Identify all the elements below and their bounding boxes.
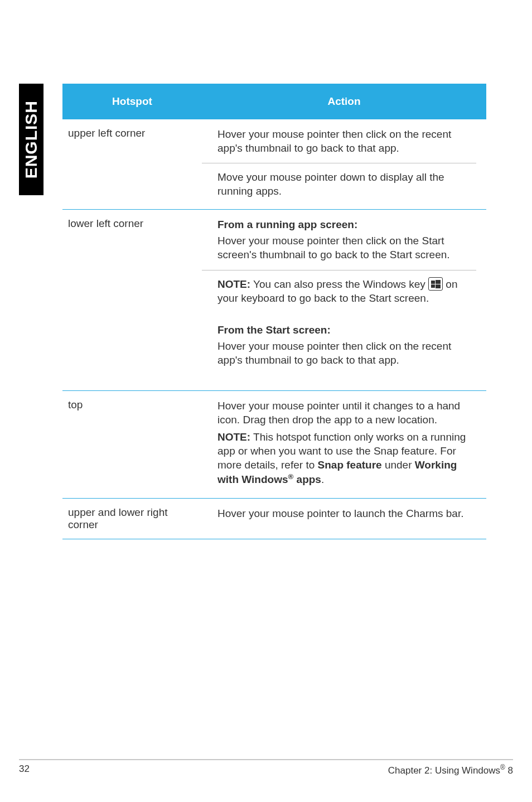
action-cell-upper-lower-right: Hover your mouse pointer to launch the C… [202, 499, 486, 539]
svg-rect-3 [436, 284, 441, 288]
note-body-a: You can also press the Windows key [250, 278, 428, 290]
hotspot-label-top: top [62, 391, 202, 498]
svg-rect-1 [436, 280, 441, 284]
table-row: lower left corner From a running app scr… [62, 210, 486, 390]
row-divider [62, 539, 486, 539]
table-row: upper left corner Hover your mouse point… [62, 119, 486, 209]
body-text: Hover your mouse pointer then click on t… [217, 339, 476, 367]
spacer [217, 313, 476, 323]
note-text: NOTE: This hotspot function only works o… [217, 430, 476, 487]
registered-symbol: ® [288, 472, 293, 481]
page-footer: 32 Chapter 2: Using Windows® 8 [19, 759, 513, 776]
mid-text: under [382, 459, 415, 471]
body-text: From a running app screen: [217, 218, 476, 231]
hotspot-label-lower-left: lower left corner [62, 210, 202, 390]
table-row: top Hover your mouse pointer until it ch… [62, 391, 486, 498]
language-side-tab-label: ENGLISH [22, 100, 41, 178]
registered-symbol: ® [500, 764, 505, 771]
action-cell-upper-left: Hover your mouse pointer then click on t… [202, 119, 486, 209]
note-label: NOTE: [217, 278, 250, 290]
body-text: Hover your mouse pointer to launch the C… [217, 506, 476, 520]
divider [202, 270, 476, 270]
language-side-tab: ENGLISH [19, 84, 43, 195]
body-text: Hover your mouse pointer then click on t… [217, 127, 476, 155]
footer-rule [19, 759, 513, 760]
page-number: 32 [19, 764, 30, 776]
svg-rect-0 [431, 281, 435, 284]
hotspot-label-upper-left: upper left corner [62, 119, 202, 209]
chapter-text-a: Chapter 2: Using Windows [388, 765, 500, 776]
table-header-action: Action [202, 95, 486, 108]
chapter-title: Chapter 2: Using Windows® 8 [388, 764, 513, 776]
footer-line: 32 Chapter 2: Using Windows® 8 [19, 764, 513, 776]
subheading: From the Start screen: [217, 324, 331, 336]
divider [202, 163, 476, 163]
note-text: NOTE: You can also press the Windows key… [217, 277, 476, 305]
bold-text: Snap feature [318, 459, 382, 471]
action-cell-lower-left: From a running app screen: Hover your mo… [202, 210, 486, 390]
table-header-hotspot: Hotspot [62, 95, 202, 108]
tail-text: . [321, 474, 324, 486]
subheading: From a running app screen: [217, 219, 357, 230]
action-cell-top: Hover your mouse pointer until it change… [202, 391, 486, 498]
hotspot-table: Hotspot Action upper left corner Hover y… [62, 84, 486, 539]
body-text: Move your mouse pointer down to display … [217, 170, 476, 198]
svg-rect-2 [431, 284, 435, 288]
note-label: NOTE: [217, 431, 250, 443]
body-text: Hover your mouse pointer until it change… [217, 399, 476, 427]
windows-key-icon [428, 277, 443, 291]
chapter-text-b: 8 [505, 765, 513, 776]
bold-text: apps [293, 474, 321, 486]
body-text: Hover your mouse pointer then click on t… [217, 234, 476, 262]
body-text: From the Start screen: [217, 323, 476, 337]
hotspot-label-upper-lower-right: upper and lower right corner [62, 499, 202, 539]
table-row: upper and lower right corner Hover your … [62, 499, 486, 539]
table-header-row: Hotspot Action [62, 84, 486, 119]
